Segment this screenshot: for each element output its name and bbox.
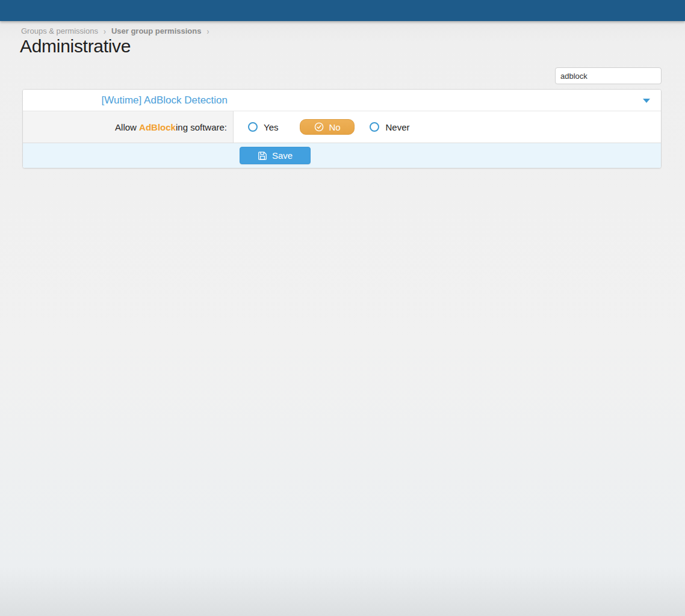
radio-option-yes[interactable]: Yes: [248, 122, 278, 132]
selected-option-no-button[interactable]: No: [300, 119, 355, 135]
radio-option-never[interactable]: Never: [370, 122, 409, 132]
page-title: Administrative: [20, 36, 131, 57]
setting-label: Allow AdBlocking software:: [23, 111, 234, 143]
setting-row-allow-adblock: Allow AdBlocking software: Yes No Never: [23, 111, 661, 143]
chevron-down-icon[interactable]: [643, 99, 650, 103]
radio-icon[interactable]: [248, 122, 258, 132]
selected-option-no-label: No: [329, 122, 340, 132]
filter-search-input[interactable]: [555, 67, 662, 84]
chevron-right-icon: ›: [206, 26, 209, 35]
radio-option-yes-label[interactable]: Yes: [264, 122, 278, 132]
breadcrumb-item-user-group-permissions[interactable]: User group permissions: [111, 26, 202, 35]
top-navigation-bar: [0, 0, 685, 21]
save-button[interactable]: Save: [240, 147, 311, 164]
setting-label-suffix: ing software:: [176, 122, 227, 132]
save-button-label: Save: [272, 150, 293, 161]
setting-options-group: Yes No Never: [234, 111, 661, 143]
radio-icon[interactable]: [370, 122, 379, 132]
panel-title: [Wutime] AdBlock Detection: [23, 94, 234, 106]
setting-label-prefix: Allow: [115, 122, 139, 132]
panel-footer: Save: [23, 143, 661, 168]
chevron-right-icon: ›: [104, 26, 106, 35]
radio-option-never-label[interactable]: Never: [385, 122, 409, 132]
settings-panel: [Wutime] AdBlock Detection Allow AdBlock…: [22, 89, 662, 168]
check-circle-icon: [314, 122, 324, 132]
breadcrumb-item-groups-permissions[interactable]: Groups & permissions: [21, 26, 98, 35]
setting-label-highlight: AdBlock: [139, 122, 176, 132]
panel-header[interactable]: [Wutime] AdBlock Detection: [23, 90, 661, 111]
save-floppy-icon: [258, 151, 267, 161]
breadcrumb: Groups & permissions › User group permis…: [21, 26, 209, 35]
